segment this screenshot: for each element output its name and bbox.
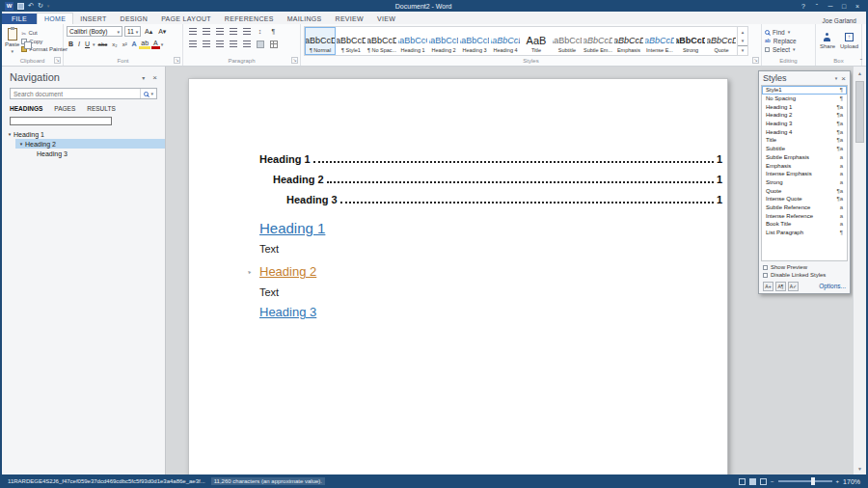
minimize-icon[interactable]: ─ bbox=[825, 1, 836, 12]
bullets-button[interactable] bbox=[186, 26, 199, 37]
zoom-slider[interactable] bbox=[778, 480, 832, 482]
restore-icon[interactable]: □ bbox=[838, 1, 850, 12]
select-button[interactable]: Select ▾ bbox=[765, 46, 797, 53]
tab-design[interactable]: DESIGN bbox=[114, 14, 155, 24]
show-hide-marks-button[interactable]: ¶ bbox=[267, 26, 280, 37]
clipboard-dialog-launcher[interactable]: ↘ bbox=[54, 57, 61, 64]
style-card-heading4[interactable]: AaBbCcD Heading 4 bbox=[490, 27, 521, 55]
cut-button[interactable]: ✂ Cut bbox=[21, 30, 68, 37]
increase-indent-button[interactable] bbox=[240, 26, 253, 37]
nav-item-heading1[interactable]: ▾ Heading 1 bbox=[2, 129, 165, 139]
style-item[interactable]: Intense Quote¶a bbox=[762, 195, 847, 203]
style-card-strong[interactable]: AaBbCcDc Strong bbox=[675, 27, 706, 55]
web-layout-icon[interactable] bbox=[760, 478, 767, 485]
styles-options-link[interactable]: Options... bbox=[819, 283, 846, 289]
font-color-dropdown-icon[interactable]: ▾ bbox=[161, 41, 164, 47]
align-center-button[interactable] bbox=[200, 39, 212, 49]
style-card-quote[interactable]: AaBbCcDc Quote bbox=[706, 27, 737, 55]
search-dropdown-icon[interactable]: ▾ bbox=[150, 91, 153, 96]
search-input[interactable] bbox=[11, 91, 140, 97]
scroll-up-icon[interactable]: ▲ bbox=[854, 67, 866, 79]
style-item[interactable]: Heading 1¶a bbox=[762, 102, 847, 111]
style-card-no-spacing[interactable]: AaBbCcDc ¶ No Spac... bbox=[366, 27, 397, 55]
style-item[interactable]: List Paragraph¶ bbox=[762, 229, 847, 237]
style-card-normal[interactable]: AaBbCcDc ¶ Normal bbox=[305, 27, 336, 55]
style-card-heading2[interactable]: AaBbCcD Heading 2 bbox=[428, 27, 459, 55]
style-item[interactable]: Subtitle¶a bbox=[762, 145, 847, 153]
tab-view[interactable]: VIEW bbox=[370, 14, 402, 24]
save-icon[interactable] bbox=[17, 3, 24, 10]
borders-button[interactable] bbox=[267, 39, 280, 49]
highlight-color-button[interactable]: ab bbox=[139, 39, 150, 49]
expand-triangle-icon[interactable]: ▾ bbox=[17, 141, 25, 147]
gallery-scroll-up-icon[interactable]: ▴ bbox=[738, 27, 747, 36]
copy-button[interactable]: Copy bbox=[21, 39, 68, 44]
style-card-subtitle[interactable]: AaBbCcD Subtitle bbox=[552, 27, 583, 55]
disable-linked-styles-checkbox[interactable]: Disable Linked Styles bbox=[763, 271, 846, 279]
upload-button[interactable]: ↑ Upload bbox=[840, 26, 858, 55]
multilevel-list-button[interactable] bbox=[213, 26, 226, 37]
tab-mailings[interactable]: MAILINGS bbox=[281, 14, 329, 24]
new-style-button[interactable]: A+ bbox=[763, 282, 773, 291]
paste-dropdown-icon[interactable]: ▾ bbox=[11, 48, 14, 54]
styles-dialog-launcher[interactable]: ↘ bbox=[752, 57, 759, 64]
font-family-combo[interactable]: Calibri (Body) ▾ bbox=[67, 26, 122, 37]
underline-dropdown-icon[interactable]: ▾ bbox=[93, 41, 95, 47]
style-item[interactable]: Stronga bbox=[762, 178, 847, 187]
style-item[interactable]: Title¶a bbox=[762, 136, 847, 145]
nav-tab-headings[interactable]: HEADINGS bbox=[10, 105, 42, 112]
font-color-button[interactable]: A bbox=[151, 39, 160, 49]
toc-entry[interactable]: Heading 3 1 bbox=[286, 193, 722, 205]
style-item[interactable]: Subtle Emphasisa bbox=[762, 153, 847, 162]
font-family-dropdown-icon[interactable]: ▾ bbox=[117, 29, 120, 35]
document-heading3[interactable]: Heading 3 bbox=[259, 305, 727, 320]
bold-button[interactable]: B bbox=[67, 39, 75, 49]
show-preview-checkbox[interactable]: Show Preview bbox=[763, 263, 846, 271]
line-spacing-button[interactable] bbox=[240, 39, 253, 49]
document-heading2[interactable]: ▴ Heading 2 bbox=[259, 264, 727, 280]
search-icon[interactable] bbox=[144, 92, 149, 96]
document-text[interactable]: Text bbox=[259, 243, 727, 256]
align-right-button[interactable] bbox=[213, 39, 226, 49]
style-item[interactable]: Heading 4¶a bbox=[762, 127, 847, 136]
style-card-emphasis[interactable]: AaBbCcDc Emphasis bbox=[613, 27, 644, 55]
tab-review[interactable]: REVIEW bbox=[329, 14, 370, 24]
toc-entry[interactable]: Heading 2 1 bbox=[273, 173, 722, 185]
navigation-close-icon[interactable]: × bbox=[152, 73, 157, 82]
read-mode-icon[interactable] bbox=[739, 478, 746, 485]
underline-button[interactable]: U bbox=[83, 39, 92, 49]
shading-button[interactable] bbox=[254, 39, 266, 49]
document-text[interactable]: Text bbox=[259, 286, 727, 299]
strikethrough-button[interactable]: abc bbox=[96, 39, 110, 49]
paragraph-dialog-launcher[interactable]: ↘ bbox=[291, 57, 298, 64]
scroll-down-icon[interactable]: ▼ bbox=[854, 462, 866, 474]
share-button[interactable]: Share bbox=[819, 26, 836, 55]
styles-pane-close-icon[interactable]: × bbox=[841, 74, 846, 83]
style-item[interactable]: Book Titlea bbox=[762, 220, 847, 229]
zoom-level[interactable]: 170% bbox=[843, 478, 860, 485]
ribbon-display-icon[interactable]: ˆ bbox=[811, 1, 823, 12]
grow-font-button[interactable]: A▴ bbox=[143, 26, 154, 37]
tab-file[interactable]: FILE bbox=[2, 14, 37, 24]
style-item[interactable]: Emphasisa bbox=[762, 161, 847, 170]
tab-references[interactable]: REFERENCES bbox=[218, 14, 281, 24]
document-heading1[interactable]: Heading 1 bbox=[259, 220, 727, 237]
numbering-button[interactable] bbox=[200, 26, 212, 37]
find-dropdown-icon[interactable]: ▾ bbox=[788, 29, 791, 35]
style-card-subtle-emphasis[interactable]: AaBbCcDc Subtle Em... bbox=[583, 27, 613, 55]
redo-icon[interactable]: ↻ bbox=[38, 1, 43, 11]
scrollbar-thumb[interactable] bbox=[855, 81, 864, 143]
zoom-in-icon[interactable]: + bbox=[836, 478, 840, 484]
gallery-scroll-down-icon[interactable]: ▾ bbox=[738, 36, 747, 44]
manage-styles-button[interactable]: A✓ bbox=[788, 282, 799, 291]
zoom-out-icon[interactable]: − bbox=[771, 478, 774, 484]
undo-icon[interactable]: ↶ bbox=[28, 1, 34, 11]
nav-tab-results[interactable]: RESULTS bbox=[87, 105, 116, 112]
find-button[interactable]: Find ▾ bbox=[765, 29, 797, 36]
style-item[interactable]: Intense Referencea bbox=[762, 211, 847, 220]
style-card-title[interactable]: AaB Title bbox=[521, 27, 552, 55]
style-inspector-button[interactable]: A¶ bbox=[775, 282, 786, 291]
document-page[interactable]: Heading 1 1 Heading 2 1 Heading 3 1 bbox=[188, 78, 728, 474]
close-icon[interactable]: × bbox=[852, 1, 863, 12]
style-item[interactable]: Heading 3¶a bbox=[762, 120, 847, 128]
